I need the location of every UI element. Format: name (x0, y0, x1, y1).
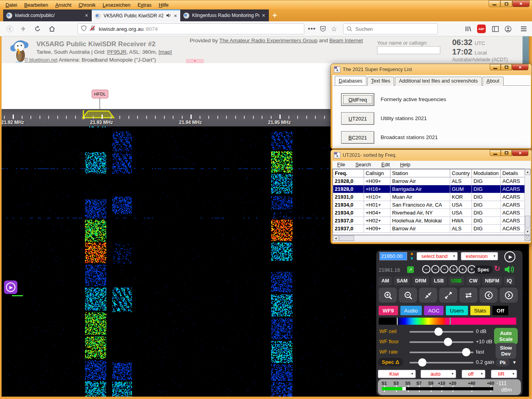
menu-item-extras[interactable]: Extras (138, 2, 151, 8)
hamburger-menu-icon[interactable] (519, 24, 529, 34)
sfl-maximize-button[interactable] (501, 64, 512, 70)
speaker-icon[interactable] (504, 265, 515, 273)
menu-item-lesezeichen[interactable]: Lesezeichen (103, 2, 130, 8)
tab-close-icon[interactable]: × (174, 13, 177, 19)
search-bar[interactable] (343, 23, 438, 34)
frequency-input[interactable] (379, 252, 407, 260)
ut-col-header[interactable]: Station (391, 169, 450, 177)
slider-track[interactable] (409, 331, 474, 333)
sfl-tab-2[interactable]: Additional text files and screenshots (395, 77, 481, 86)
sidebar-icon[interactable] (490, 24, 500, 34)
tab-close-icon[interactable]: × (85, 12, 88, 19)
panel-dropdown-auto[interactable]: auto▼ (421, 370, 456, 378)
table-row[interactable]: 21934,0+H01+San Francisco Air, CAUSADIGA… (333, 201, 525, 209)
tab-close-icon[interactable]: × (262, 12, 265, 19)
account-icon[interactable] (503, 24, 513, 34)
back-button[interactable] (5, 24, 15, 34)
table-row[interactable]: 21931,0+H10+Muan AirKORDIGACARS (333, 193, 525, 201)
tab-audio-icon[interactable] (166, 13, 171, 19)
ut-vertical-scrollbar[interactable]: ▲ ▼ (524, 169, 531, 235)
spectrum-zoom-in-icon[interactable]: + (449, 265, 458, 273)
menu-item-chronik[interactable]: Chronik (79, 2, 96, 8)
ut-menu-search[interactable]: Search (355, 162, 371, 168)
link-icon[interactable]: ➚ (407, 266, 414, 273)
beam-link[interactable]: Beam Internet (329, 38, 363, 43)
grid-link[interactable]: PF95JR (107, 49, 126, 55)
mode-button-nbfm[interactable]: NBFM (482, 277, 502, 285)
mode-button-am[interactable]: AM (379, 277, 392, 285)
ut-menu-help[interactable]: Help (400, 162, 410, 168)
insecure-lock-icon[interactable] (90, 25, 96, 33)
mode-button-lsb[interactable]: LSB (431, 277, 447, 285)
bookmark-star-icon[interactable]: ☆ (329, 24, 339, 34)
sfl-tab-0[interactable]: Databases (335, 76, 366, 85)
map-link[interactable]: map (160, 49, 170, 55)
menu-item-bearbeiten[interactable]: Bearbeiten (24, 2, 48, 8)
ut-minimize-button[interactable] (490, 150, 501, 156)
refresh-icon[interactable]: ↻ (494, 264, 500, 273)
shift-band-button[interactable] (459, 288, 477, 303)
menu-item-datei[interactable]: Datei (6, 2, 17, 8)
table-row[interactable]: 21934,0+H04+Riverhead Air, NYUSADIGACARS (333, 209, 525, 217)
ut-maximize-button[interactable] (501, 150, 512, 156)
slider-knob[interactable] (462, 348, 470, 356)
scroll-left-icon[interactable]: ◄ (333, 235, 339, 241)
scroll-up-icon[interactable]: ▲ (525, 169, 530, 175)
search-input[interactable] (355, 26, 426, 32)
slider-knob[interactable] (418, 358, 426, 367)
ut-col-header[interactable]: Freq. (333, 169, 364, 177)
ut-horizontal-scrollbar[interactable]: ◄ ► (332, 235, 531, 241)
ut-menu-edit[interactable]: Edit (381, 162, 390, 168)
slider-knob[interactable] (444, 338, 452, 346)
menu-item-ansicht[interactable]: Ansicht (55, 2, 72, 8)
spectrum-zoom-out-icon[interactable]: − (422, 265, 430, 273)
sfl-button-bc2021[interactable]: BC2021 (341, 131, 374, 144)
bluebison-link[interactable]: © bluebison.net (25, 57, 58, 63)
home-button[interactable] (47, 24, 57, 34)
ut-col-header[interactable]: Country (450, 169, 472, 177)
zoom-in-button[interactable] (379, 288, 397, 303)
maximize-button[interactable] (500, 0, 512, 7)
library-icon[interactable] (463, 24, 474, 34)
scroll-down-icon[interactable]: ▼ (525, 229, 530, 235)
pocket-icon[interactable] (318, 24, 328, 34)
panel-dropdown-off[interactable]: off▼ (462, 370, 485, 378)
sfl-minimize-button[interactable] (490, 64, 501, 70)
table-row[interactable]: 21937,0+H09+Barrow AirALSDIGACARS (333, 225, 525, 233)
view-button-wf9[interactable]: WF9 (379, 306, 398, 315)
sfl-button-oldfreq[interactable]: OldFreq (341, 93, 374, 106)
extension-dropdown[interactable]: extension▼ (461, 252, 498, 260)
mode-button-sam[interactable]: SAM (394, 277, 410, 285)
mode-button-drm[interactable]: DRM (412, 277, 429, 285)
table-row[interactable]: 21928,0+H16+Barrigada AirGUMDIGACARS (333, 185, 525, 193)
view-button-stats[interactable]: Stats (470, 306, 490, 315)
frequency-down-icon[interactable]: ▼ (409, 256, 415, 261)
browser-tab-1[interactable]: VK5ARG Public KiwiSDR #2× (92, 9, 180, 21)
mode-button-cw[interactable]: CW (466, 277, 480, 285)
mode-button-iq[interactable]: IQ (504, 277, 515, 285)
slider-label[interactable]: Spec Δ (378, 358, 403, 366)
view-button-audio[interactable]: Audio (400, 306, 422, 315)
page-down-button[interactable] (479, 288, 498, 303)
spec-button[interactable]: Spec (474, 265, 492, 274)
panel-dropdown-kiwi[interactable]: Kiwi▼ (378, 370, 416, 378)
view-button-off[interactable]: Off (492, 306, 508, 315)
reload-button[interactable] (32, 24, 43, 34)
areg-link[interactable]: The Amateur Radio Experimenters Group (219, 38, 317, 43)
zoom-full-band-button[interactable] (439, 288, 457, 303)
band-label-hfdl[interactable]: HFDL (92, 90, 108, 98)
spectrum-zoom-in-icon[interactable]: + (458, 265, 467, 273)
scroll-thumb[interactable] (525, 216, 530, 228)
audio-start-button[interactable]: ▶ (504, 251, 515, 262)
slider-track[interactable] (409, 362, 474, 363)
spectrum-zoom-out-icon[interactable]: − (431, 265, 440, 273)
slider-track[interactable] (409, 352, 474, 353)
sfl-tab-3[interactable]: About (483, 77, 504, 86)
ut-col-header[interactable]: Details (501, 169, 525, 177)
url-bar[interactable]: kiwisdr.areg.org.au:8074 (77, 23, 304, 34)
header-expand-arrow[interactable]: ▼ (186, 59, 204, 63)
mode-button-usb[interactable]: USB (449, 277, 464, 285)
waterfall-play-button[interactable]: ▶ (4, 280, 17, 294)
new-tab-button[interactable]: + (269, 9, 281, 21)
tracking-shield-icon[interactable] (81, 25, 87, 33)
